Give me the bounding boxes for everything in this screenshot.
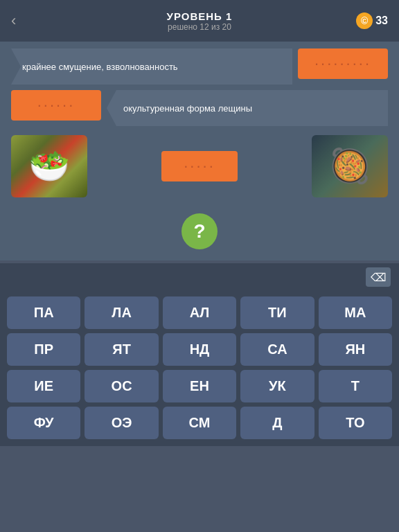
- letter-cell-12[interactable]: ЕН: [163, 370, 236, 402]
- letter-cell-6[interactable]: ЯТ: [85, 333, 158, 366]
- letter-cell-17[interactable]: СМ: [163, 407, 236, 439]
- letter-cell-19[interactable]: ТО: [319, 407, 392, 439]
- level-subtitle: решено 12 из 20: [167, 22, 233, 32]
- letter-cell-15[interactable]: ФУ: [7, 407, 80, 439]
- letter-cell-8[interactable]: СА: [240, 333, 314, 366]
- main-content: крайнее смущение, взволнованность ······…: [0, 42, 399, 260]
- divider-area: ⌫: [0, 263, 399, 291]
- answer-dots-2: ······: [37, 96, 76, 114]
- hint-button[interactable]: ?: [181, 213, 218, 249]
- food-image-left: [11, 135, 87, 197]
- letter-cell-9[interactable]: ЯН: [319, 333, 392, 366]
- answer-input-2[interactable]: ······: [11, 90, 101, 121]
- clue-row-2: ······ окультуренная форма лещины: [11, 90, 388, 126]
- letter-cell-11[interactable]: ОС: [85, 370, 158, 402]
- coin-count: 33: [375, 15, 388, 27]
- letter-cell-5[interactable]: ПР: [7, 333, 80, 366]
- clue-label-1: крайнее смущение, взволнованность: [22, 62, 178, 72]
- letter-cell-2[interactable]: АЛ: [163, 296, 236, 329]
- clue-label-2: окультуренная форма лещины: [123, 103, 252, 114]
- answer-dots-3: ·····: [184, 157, 215, 175]
- answer-dots-1: ·········: [314, 55, 371, 73]
- letter-cell-3[interactable]: ТИ: [240, 296, 314, 329]
- center-area: ?: [11, 206, 388, 254]
- back-button[interactable]: ‹: [11, 12, 16, 30]
- header: ‹ УРОВЕНЬ 1 решено 12 из 20 © 33: [0, 0, 399, 42]
- letter-cell-4[interactable]: МА: [319, 296, 392, 329]
- middle-answer-area: ·····: [87, 151, 312, 181]
- level-title: УРОВЕНЬ 1: [167, 10, 233, 22]
- letter-cell-18[interactable]: Д: [240, 407, 314, 439]
- answer-input-1[interactable]: ·········: [298, 48, 388, 79]
- letter-cell-10[interactable]: ИЕ: [7, 370, 80, 402]
- letter-cell-7[interactable]: НД: [163, 333, 236, 366]
- header-center: УРОВЕНЬ 1 решено 12 из 20: [167, 10, 233, 32]
- food-image-right: [312, 135, 388, 197]
- clue-text-2: окультуренная форма лещины: [107, 90, 388, 126]
- letter-cell-13[interactable]: УК: [240, 370, 314, 402]
- letter-cell-0[interactable]: ПА: [7, 296, 80, 329]
- coin-icon: ©: [356, 12, 373, 29]
- clue-row-1: крайнее смущение, взволнованность ······…: [11, 48, 388, 85]
- image-row: ·····: [11, 132, 388, 201]
- delete-button[interactable]: ⌫: [366, 267, 391, 287]
- clue-text-1: крайнее смущение, взволнованность: [11, 48, 292, 85]
- answer-input-3[interactable]: ·····: [161, 151, 238, 181]
- letter-cell-14[interactable]: Т: [319, 370, 392, 402]
- letter-grid: ПАЛААЛТИМАПРЯТНДСАЯНИЕОСЕНУКТФУОЭСМДТО: [0, 291, 399, 446]
- letter-cell-1[interactable]: ЛА: [85, 296, 158, 329]
- coins-display: © 33: [356, 12, 388, 29]
- letter-cell-16[interactable]: ОЭ: [85, 407, 158, 439]
